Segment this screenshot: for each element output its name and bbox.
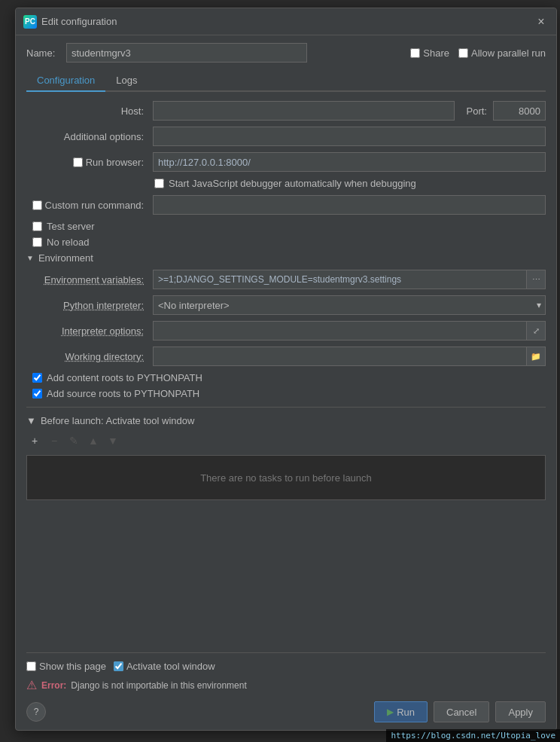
python-interp-select[interactable]: <No interpreter>: [153, 295, 546, 315]
python-interp-label: Python interpreter:: [26, 300, 147, 311]
no-reload-label: No reload: [47, 237, 89, 248]
remove-task-button[interactable]: −: [46, 432, 62, 449]
js-debug-row: Start JavaScript debugger automatically …: [154, 178, 546, 189]
help-button[interactable]: ?: [26, 702, 46, 722]
before-launch-arrow-icon: ▼: [26, 415, 36, 426]
custom-run-row: Custom run command:: [26, 195, 546, 215]
source-roots-checkbox[interactable]: [32, 389, 42, 398]
launch-toolbar: + − ✎ ▲ ▼: [26, 432, 546, 449]
interp-options-expand-button[interactable]: ⤢: [526, 321, 546, 340]
activate-tool-label: Activate tool window: [126, 661, 215, 672]
before-launch-title: Before launch: Activate tool window: [41, 415, 195, 426]
custom-run-checkbox-label[interactable]: Custom run command:: [26, 200, 147, 211]
share-group: Share Allow parallel run: [410, 47, 546, 59]
js-debug-checkbox[interactable]: [154, 179, 164, 188]
tab-logs[interactable]: Logs: [105, 70, 148, 92]
activate-tool-checkbox[interactable]: [114, 661, 123, 671]
show-page-checkbox[interactable]: [26, 661, 36, 671]
interp-options-row: Interpreter options: ⤢: [26, 321, 546, 340]
run-browser-label: Run browser:: [86, 157, 144, 168]
interp-options-input-group: ⤢: [153, 321, 546, 340]
parallel-checkbox[interactable]: [458, 48, 468, 58]
run-browser-checkbox[interactable]: [73, 157, 83, 167]
error-row: ⚠ Error: Django is not importable in thi…: [26, 678, 546, 692]
js-debug-label: Start JavaScript debugger automatically …: [169, 178, 416, 189]
content-roots-row: Add content roots to PYTHONPATH: [32, 372, 546, 383]
additional-options-row: Additional options:: [26, 127, 546, 146]
host-input[interactable]: [153, 101, 455, 121]
env-vars-label: Environment variables:: [26, 274, 147, 286]
port-input[interactable]: [493, 101, 546, 121]
interp-options-label: Interpreter options:: [26, 325, 147, 337]
run-button[interactable]: ▶ Run: [374, 701, 428, 722]
custom-run-label: Custom run command:: [45, 200, 145, 211]
additional-label: Additional options:: [26, 131, 147, 142]
share-checkbox[interactable]: [410, 48, 420, 58]
edit-task-button[interactable]: ✎: [65, 432, 82, 449]
no-tasks-label: There are no tasks to run before launch: [200, 472, 372, 484]
test-server-row: Test server: [32, 221, 546, 232]
no-reload-checkbox[interactable]: [32, 237, 42, 247]
port-label: Port:: [467, 105, 487, 117]
share-checkbox-label[interactable]: Share: [410, 47, 449, 59]
host-label: Host:: [26, 105, 147, 117]
env-vars-row: Environment variables: ⋯: [26, 270, 546, 289]
python-interp-row: Python interpreter: <No interpreter>: [26, 295, 546, 315]
error-prefix: Error:: [41, 680, 66, 691]
run-label: Run: [397, 707, 415, 718]
content-roots-label: Add content roots to PYTHONPATH: [47, 372, 202, 383]
source-roots-label: Add source roots to PYTHONPATH: [47, 388, 199, 399]
python-interp-select-wrapper: <No interpreter>: [153, 295, 546, 315]
move-down-button[interactable]: ▼: [105, 432, 121, 449]
bottom-section: Show this page Activate tool window ⚠ Er…: [26, 652, 546, 722]
env-vars-input-group: ⋯: [153, 270, 546, 289]
run-arrow-icon: ▶: [387, 707, 394, 717]
name-input[interactable]: [66, 43, 307, 63]
test-server-checkbox[interactable]: [32, 221, 42, 231]
apply-button[interactable]: Apply: [495, 701, 546, 722]
interp-options-input[interactable]: [153, 321, 526, 340]
tabs: Configuration Logs: [26, 70, 546, 92]
host-row: Host: Port:: [26, 101, 546, 121]
env-vars-edit-button[interactable]: ⋯: [526, 270, 546, 289]
show-page-row: Show this page Activate tool window: [26, 661, 546, 672]
test-server-label: Test server: [47, 221, 95, 232]
name-row: Name: Share Allow parallel run: [26, 43, 546, 63]
error-icon: ⚠: [26, 678, 37, 692]
cancel-button[interactable]: Cancel: [434, 701, 489, 722]
no-reload-row: No reload: [32, 237, 546, 248]
working-dir-input-group: 📁: [153, 347, 546, 366]
tab-configuration[interactable]: Configuration: [26, 70, 105, 92]
button-row: ? ▶ Run Cancel Apply: [26, 698, 546, 722]
move-up-button[interactable]: ▲: [85, 432, 102, 449]
parallel-label: Allow parallel run: [471, 47, 546, 59]
dialog-body: Name: Share Allow parallel run Configura…: [16, 35, 556, 730]
title-bar-left: PC Edit configuration: [23, 15, 117, 29]
content-roots-checkbox[interactable]: [32, 373, 42, 383]
add-task-button[interactable]: +: [26, 432, 43, 449]
custom-run-input[interactable]: [153, 195, 546, 215]
dialog-title: Edit configuration: [41, 16, 117, 27]
additional-input[interactable]: [153, 127, 546, 146]
custom-run-checkbox[interactable]: [32, 200, 42, 210]
edit-configuration-dialog: PC Edit configuration × Name: Share Allo…: [15, 8, 557, 731]
show-page-checkbox-label[interactable]: Show this page: [26, 661, 106, 672]
tasks-area: There are no tasks to run before launch: [26, 455, 546, 500]
name-label: Name:: [26, 47, 60, 59]
browser-url-input[interactable]: [153, 152, 546, 172]
working-dir-label: Working directory:: [26, 351, 147, 362]
working-dir-input[interactable]: [153, 347, 526, 366]
error-message: Django is not importable in this environ…: [71, 680, 246, 691]
pycharm-icon: PC: [23, 15, 37, 29]
parallel-checkbox-label[interactable]: Allow parallel run: [458, 47, 546, 59]
run-browser-checkbox-label[interactable]: Run browser:: [26, 157, 147, 168]
title-bar: PC Edit configuration ×: [16, 8, 556, 35]
activate-tool-checkbox-label[interactable]: Activate tool window: [114, 661, 215, 672]
working-dir-browse-button[interactable]: 📁: [526, 347, 546, 366]
working-dir-row: Working directory: 📁: [26, 347, 546, 366]
url-bar: https://blog.csdn.net/Utopia_love: [386, 729, 560, 742]
close-button[interactable]: ×: [534, 14, 549, 29]
share-label: Share: [423, 47, 449, 59]
env-vars-input[interactable]: [153, 270, 526, 289]
source-roots-row: Add source roots to PYTHONPATH: [32, 388, 546, 399]
